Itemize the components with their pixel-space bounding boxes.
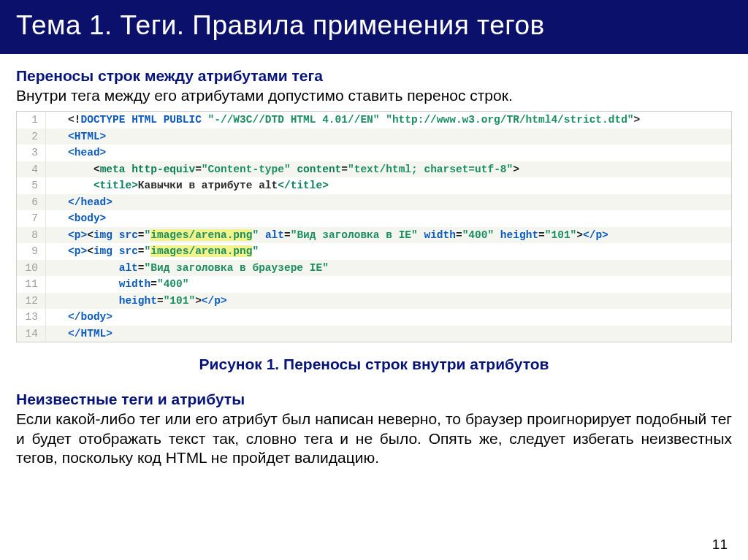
section1-text: Внутри тега между его атрибутами допусти… (16, 86, 732, 105)
line-number: 1 (17, 112, 46, 129)
line-number: 3 (17, 145, 46, 161)
line-number: 10 (17, 260, 46, 277)
code-line: <p><img src="images/arena.png" (46, 243, 731, 260)
slide-body: Переносы строк между атрибутами тега Вну… (0, 54, 748, 467)
line-number: 2 (17, 129, 46, 145)
line-number: 8 (17, 227, 46, 244)
line-number: 14 (17, 326, 46, 342)
code-block: 1 <!DOCTYPE HTML PUBLIC "-//W3C//DTD HTM… (16, 111, 732, 342)
figure-caption: Рисунок 1. Переносы строк внутри атрибут… (16, 356, 732, 373)
code-line: height="101"></p> (46, 293, 731, 310)
section2-text: Если какой-либо тег или его атрибут был … (16, 410, 732, 467)
code-line: <!DOCTYPE HTML PUBLIC "-//W3C//DTD HTML … (46, 112, 731, 129)
line-number: 4 (17, 161, 46, 178)
line-number: 6 (17, 194, 46, 211)
code-line: </HTML> (46, 326, 731, 342)
line-number: 7 (17, 210, 46, 227)
line-number: 12 (17, 293, 46, 310)
code-line: <body> (46, 210, 731, 227)
code-line: <head> (46, 145, 731, 161)
line-number: 11 (17, 276, 46, 293)
code-line: <p><img src="images/arena.png" alt="Вид … (46, 227, 731, 244)
code-line: </head> (46, 194, 731, 211)
section2-heading: Неизвестные теги и атрибуты (16, 391, 732, 408)
line-number: 9 (17, 243, 46, 260)
section1-heading: Переносы строк между атрибутами тега (16, 67, 732, 85)
line-number: 13 (17, 309, 46, 326)
code-line: width="400" (46, 276, 731, 293)
slide-title: Тема 1. Теги. Правила применения тегов (0, 0, 748, 54)
code-line: alt="Вид заголовка в браузере IE" (46, 260, 731, 277)
code-line: </body> (46, 309, 731, 326)
code-line: <HTML> (46, 129, 731, 145)
page-number: 11 (712, 537, 728, 553)
code-line: <title>Кавычки в атрибуте alt</title> (46, 177, 731, 194)
code-line: <meta http-equiv="Content-type" content=… (46, 161, 731, 178)
line-number: 5 (17, 177, 46, 194)
